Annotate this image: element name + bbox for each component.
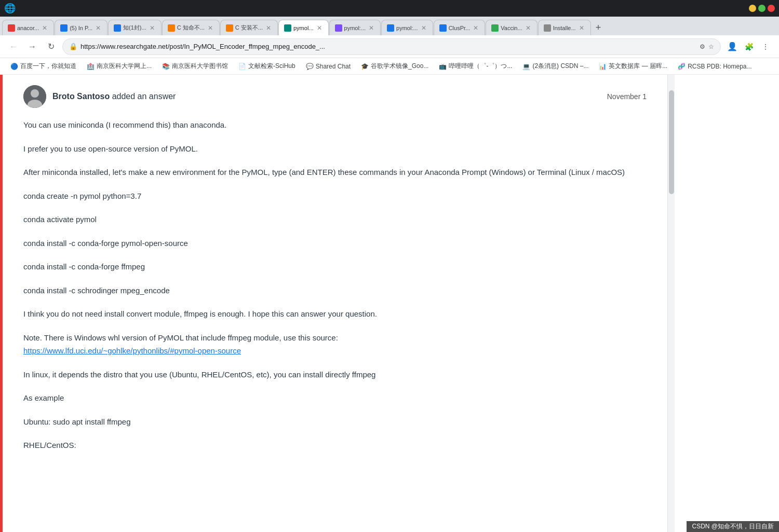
tab-11[interactable]: Installe... ✕ (538, 20, 591, 35)
maximize-button[interactable] (758, 5, 765, 12)
bookmark-favicon-db: 📊 (599, 63, 607, 70)
bookmark-njmu[interactable]: 🏥 南京医科大学网上... (83, 60, 156, 73)
note-text: Note. There is Windows whl version of Py… (23, 333, 338, 342)
extension-button[interactable]: 🧩 (742, 39, 756, 54)
tab-favicon-8 (387, 24, 394, 32)
tab-2[interactable]: (5) In P... ✕ (55, 20, 108, 35)
bookmark-db[interactable]: 📊 英文数据库 — 届晖... (595, 60, 671, 73)
tab-favicon-11 (544, 24, 551, 32)
tab-close-8[interactable]: ✕ (420, 24, 427, 32)
lock-icon: 🔒 (69, 43, 77, 50)
bookmark-bilibili[interactable]: 📺 哔哩哔哩（゜-゜）つ... (435, 60, 516, 73)
tab-favicon-3 (114, 24, 121, 32)
nav-icons: 👤 🧩 ⋮ (725, 39, 773, 54)
bookmark-favicon-rcsb: 🧬 (678, 63, 686, 70)
translate-icon: ⚙ (700, 43, 705, 50)
bookmark-label-baidu: 百度一下，你就知道 (20, 62, 76, 71)
bookmark-label-njmu: 南京医科大学网上... (97, 62, 152, 71)
minimize-button[interactable] (749, 5, 756, 12)
bookmark-csdn[interactable]: 💻 (2条消息) CSDN –... (518, 60, 593, 73)
code-4: conda install -c conda-forge ffmpeg (23, 260, 647, 274)
new-tab-button[interactable]: + (592, 20, 606, 35)
bookmark-favicon-scihub: 📄 (238, 63, 246, 70)
bookmark-sharedchat[interactable]: 💬 Shared Chat (302, 60, 355, 73)
tab-label-8: pymol:... (396, 25, 418, 31)
tab-close-3[interactable]: ✕ (149, 24, 156, 32)
avatar-image (23, 85, 46, 108)
scrollbar-track[interactable] (667, 75, 675, 532)
article-date: November 1 (607, 92, 647, 101)
tab-close-7[interactable]: ✕ (368, 24, 375, 32)
author-left: Broto Santoso added an answer (23, 85, 176, 108)
tab-label-11: Installe... (553, 25, 576, 31)
paragraph-2: I prefer you to use open-source version … (23, 142, 647, 156)
tab-close-2[interactable]: ✕ (95, 24, 102, 32)
back-button[interactable]: ← (6, 39, 21, 54)
avatar (23, 85, 46, 108)
bookmark-label-db: 英文数据库 — 届晖... (609, 62, 667, 71)
scrollbar-thumb[interactable] (669, 90, 674, 194)
external-link[interactable]: https://www.lfd.uci.edu/~gohlke/pythonli… (23, 346, 241, 355)
article-container: Broto Santoso added an answer November 1… (3, 75, 667, 532)
svg-point-1 (31, 89, 39, 98)
code-3: conda install -c conda-forge pymol-open-… (23, 237, 647, 250)
content-area: Broto Santoso added an answer November 1… (0, 75, 779, 532)
tab-label-1: anacor... (17, 25, 39, 31)
author-name: Broto Santoso (52, 92, 110, 101)
window-controls (749, 5, 775, 12)
settings-button[interactable]: ⋮ (758, 39, 773, 54)
forward-button[interactable]: → (25, 39, 39, 54)
tab-8[interactable]: pymol:... ✕ (381, 20, 433, 35)
tab-close-5[interactable]: ✕ (265, 24, 272, 32)
browser-logo: 🌐 (4, 3, 16, 14)
bookmark-favicon-baidu: 🔵 (10, 63, 18, 70)
article-body: You can use miniconda (I recommend this)… (23, 118, 647, 452)
bookmarks-bar: 🔵 百度一下，你就知道 🏥 南京医科大学网上... 📚 南京医科大学图书馆 📄 … (0, 58, 779, 75)
account-button[interactable]: 👤 (725, 39, 740, 54)
close-button[interactable] (768, 5, 775, 12)
address-bar[interactable]: 🔒 https://www.researchgate.net/post/In_P… (62, 38, 721, 55)
tab-close-6[interactable]: ✕ (316, 24, 323, 32)
bookmark-favicon-njmu: 🏥 (87, 63, 95, 70)
paragraph-ubuntu: Ubuntu: sudo apt install ffmpeg (23, 415, 647, 429)
tab-10[interactable]: Vaccin... ✕ (486, 20, 537, 35)
tab-favicon-10 (491, 24, 499, 32)
code-1: conda create -n pymol python=3.7 (23, 189, 647, 203)
tab-close-4[interactable]: ✕ (207, 24, 214, 32)
author-row: Broto Santoso added an answer November 1 (23, 85, 647, 108)
tab-close-9[interactable]: ✕ (472, 24, 479, 32)
tab-5[interactable]: C 安装不... ✕ (220, 20, 278, 35)
bookmark-library[interactable]: 📚 南京医科大学图书馆 (158, 60, 232, 73)
bookmark-rcsb[interactable]: 🧬 RCSB PDB: Homepa... (674, 60, 756, 73)
bookmark-scihub[interactable]: 📄 文献检索-SciHub (234, 60, 300, 73)
tab-6-active[interactable]: pymol... ✕ (278, 20, 329, 35)
bookmark-label-sharedchat: Shared Chat (316, 63, 351, 70)
code-2: conda activate pymol (23, 213, 647, 226)
author-info: Broto Santoso added an answer (52, 92, 176, 101)
paragraph-note: Note. There is Windows whl version of Py… (23, 331, 647, 358)
tab-favicon-4 (168, 24, 175, 32)
bookmark-favicon-csdn: 💻 (522, 63, 530, 70)
status-bar: CSDN @知命不惧，日日自新 (687, 521, 779, 532)
tab-close-1[interactable]: ✕ (41, 24, 48, 32)
title-bar-left: 🌐 (4, 3, 16, 14)
paragraph-rhel: RHEL/CentOS: (23, 439, 647, 452)
author-action-text: added an answer (112, 92, 176, 101)
tab-label-9: ClusPr... (449, 25, 471, 31)
tab-favicon-7 (335, 24, 342, 32)
bookmark-favicon-sharedchat: 💬 (306, 63, 314, 70)
tab-1[interactable]: anacor... ✕ (2, 20, 54, 35)
tab-9[interactable]: ClusPr... ✕ (434, 20, 486, 35)
tab-favicon-5 (226, 24, 233, 32)
tab-7[interactable]: pymol:... ✕ (329, 20, 381, 35)
bookmark-baidu[interactable]: 🔵 百度一下，你就知道 (6, 60, 80, 73)
bookmark-google-scholar[interactable]: 🎓 谷歌学术镜像_Goo... (357, 60, 433, 73)
reload-button[interactable]: ↻ (44, 39, 58, 54)
tab-3[interactable]: 知(1封)... ✕ (108, 20, 162, 35)
bookmark-label-csdn: (2条消息) CSDN –... (532, 62, 588, 71)
tab-close-10[interactable]: ✕ (525, 24, 532, 32)
address-text: https://www.researchgate.net/post/In_PyM… (80, 43, 696, 50)
tab-close-11[interactable]: ✕ (578, 24, 585, 32)
tab-4[interactable]: C 知命不... ✕ (162, 20, 220, 35)
paragraph-example: As example (23, 391, 647, 405)
